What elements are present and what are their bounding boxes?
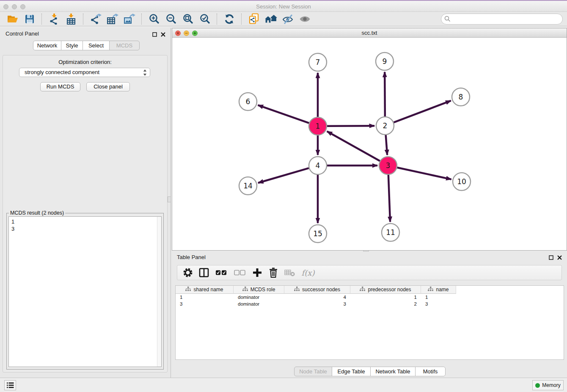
edge-2-3[interactable] [386, 135, 388, 155]
status-bar: Memory [0, 378, 567, 392]
svg-text:3: 3 [386, 161, 391, 170]
refresh-layout-icon[interactable] [223, 13, 236, 25]
import-network-icon[interactable] [48, 13, 61, 25]
open-session-icon[interactable] [6, 13, 19, 25]
zoom-selected-icon[interactable] [198, 13, 211, 25]
deselect-all-icon[interactable] [233, 267, 247, 278]
close-panel-icon[interactable] [161, 31, 165, 39]
tab-style[interactable]: Style [61, 41, 83, 50]
edge-1-2[interactable] [327, 126, 374, 126]
zoom-out-icon[interactable] [165, 13, 177, 25]
node-7[interactable]: 7 [309, 53, 327, 71]
column-label: shared name [193, 287, 223, 293]
save-session-icon[interactable] [23, 13, 36, 25]
column-header-successor-nodes[interactable]: successor nodes [284, 286, 350, 294]
mcds-panel: Optimization criterion: strongly connect… [3, 55, 168, 373]
panel-mode-icon[interactable] [198, 267, 209, 278]
export-image-icon[interactable] [123, 13, 136, 25]
zoom-in-icon[interactable] [148, 13, 160, 25]
column-label: name [436, 287, 449, 293]
show-eye-icon[interactable] [298, 13, 311, 25]
settings-icon[interactable] [182, 267, 193, 278]
control-panel-header: Control Panel [0, 28, 171, 40]
flow-icon [360, 287, 365, 293]
zoom-fit-icon[interactable] [182, 13, 194, 25]
tab-network-table[interactable]: Network Table [370, 367, 416, 376]
table-cell[interactable]: 2 [350, 301, 421, 307]
task-history-button[interactable] [4, 380, 16, 390]
column-header-predecessor-nodes[interactable]: predecessor nodes [350, 286, 421, 294]
tab-mcds[interactable]: MCDS [109, 41, 140, 50]
close-panel-icon[interactable] [557, 254, 562, 262]
table-cell[interactable]: 3 [176, 301, 234, 307]
tab-node-table[interactable]: Node Table [294, 367, 332, 376]
table-panel: Table Panel [172, 251, 567, 377]
table-cell[interactable]: dominator [234, 301, 284, 307]
table-cell[interactable]: 1 [421, 294, 456, 301]
node-15[interactable]: 15 [309, 225, 327, 243]
toolbar-separator [141, 14, 142, 25]
edge-4-14[interactable] [258, 168, 309, 183]
criterion-select[interactable]: strongly connected component [19, 68, 150, 77]
export-table-icon[interactable] [106, 13, 119, 25]
tab-edge-table[interactable]: Edge Table [332, 367, 371, 376]
node-10[interactable]: 10 [453, 173, 471, 190]
table-row[interactable]: 3dominator323 [176, 301, 564, 307]
export-network-icon[interactable] [89, 13, 102, 25]
svg-text:1: 1 [316, 122, 320, 130]
houses-icon[interactable] [264, 13, 277, 25]
function-builder-icon: f(x) [300, 267, 316, 278]
search-input[interactable] [441, 14, 563, 25]
column-header-shared-name[interactable]: shared name [176, 286, 234, 294]
run-mcds-button[interactable]: Run MCDS [40, 82, 80, 91]
mcds-result-text: 13 [8, 216, 162, 367]
result-line: 1 [9, 218, 161, 225]
node-14[interactable]: 14 [239, 177, 257, 195]
select-all-icon[interactable] [215, 267, 228, 278]
node-table[interactable]: shared nameMCDS rolesuccessor nodesprede… [175, 285, 564, 360]
table-cell[interactable]: 1 [350, 294, 421, 301]
table-cell[interactable]: dominator [234, 294, 284, 301]
network-canvas[interactable]: 7968124314101511 [172, 38, 567, 250]
memory-button[interactable]: Memory [532, 380, 564, 390]
edge-3-10[interactable] [397, 168, 451, 179]
table-cell[interactable]: 3 [284, 301, 350, 307]
table-cell[interactable]: 4 [284, 294, 350, 301]
result-scrollbar[interactable] [157, 217, 161, 367]
float-panel-icon[interactable] [549, 254, 553, 262]
node-1[interactable]: 1 [309, 117, 327, 135]
close-panel-button[interactable]: Close panel [86, 82, 130, 91]
edge-2-9[interactable] [385, 72, 385, 116]
delete-row-icon[interactable] [268, 267, 279, 278]
vertical-splitter-grip[interactable] [168, 196, 171, 202]
node-8[interactable]: 8 [452, 88, 470, 106]
edge-1-6[interactable] [258, 105, 309, 123]
node-3[interactable]: 3 [379, 157, 397, 174]
edge-2-8[interactable] [394, 101, 451, 122]
tab-motifs[interactable]: Motifs [415, 367, 446, 376]
network-window-titlebar[interactable]: scc.txt [172, 28, 567, 38]
clone-network-icon[interactable] [248, 13, 260, 25]
node-6[interactable]: 6 [239, 93, 257, 110]
tab-network[interactable]: Network [33, 41, 61, 50]
node-11[interactable]: 11 [382, 224, 399, 241]
hide-details-icon[interactable] [281, 13, 294, 25]
add-row-icon[interactable] [252, 267, 263, 278]
table-cell[interactable]: 3 [421, 301, 456, 307]
edge-3-1[interactable] [327, 131, 380, 161]
column-header-name[interactable]: name [421, 286, 456, 294]
column-header-MCDS-role[interactable]: MCDS role [234, 286, 284, 294]
float-panel-icon[interactable] [152, 31, 157, 39]
node-9[interactable]: 9 [376, 52, 394, 70]
node-2[interactable]: 2 [376, 117, 394, 135]
flow-icon [428, 287, 433, 293]
memory-label: Memory [542, 382, 560, 388]
tab-select[interactable]: Select [83, 41, 110, 50]
import-table-icon[interactable] [65, 13, 77, 25]
delete-column-icon[interactable] [284, 267, 295, 278]
table-row[interactable]: 1dominator411 [176, 294, 564, 301]
edge-3-11[interactable] [388, 175, 390, 222]
table-cell[interactable]: 1 [176, 294, 234, 301]
control-panel-tabs: NetworkStyleSelectMCDS [33, 41, 140, 50]
node-4[interactable]: 4 [309, 157, 327, 174]
